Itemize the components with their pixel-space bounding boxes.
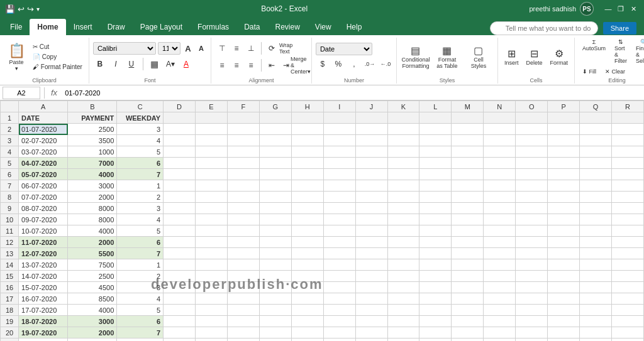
col-header-O[interactable]: O [516,101,548,112]
table-cell[interactable] [548,271,580,282]
table-cell[interactable] [419,146,452,158]
table-cell[interactable] [612,327,644,338]
row-number[interactable]: 20 [1,327,19,338]
tab-review[interactable]: Review [267,19,307,35]
redo-icon[interactable]: ↪ [27,4,34,14]
table-cell[interactable] [612,259,644,271]
table-cell[interactable] [196,248,228,259]
table-cell[interactable] [164,237,196,248]
table-cell[interactable] [323,248,355,259]
table-cell[interactable]: 4 [117,293,164,305]
tab-home[interactable]: Home [30,19,65,35]
font-color-button[interactable]: A [179,57,193,71]
row-number[interactable]: 2 [1,124,19,135]
table-cell[interactable] [227,305,259,316]
table-cell[interactable] [516,192,548,203]
table-cell[interactable] [484,135,516,146]
table-cell[interactable] [355,327,387,338]
col-header-M[interactable]: M [452,101,484,112]
table-cell[interactable]: 02-07-2020 [19,135,68,146]
table-cell[interactable] [259,225,291,237]
table-cell[interactable] [323,203,355,214]
table-cell[interactable] [259,316,291,327]
table-cell[interactable] [227,112,259,124]
row-number[interactable]: 11 [1,225,19,237]
table-cell[interactable]: WEEKDAY [117,112,164,124]
table-cell[interactable] [323,146,355,158]
table-cell[interactable] [196,214,228,225]
row-number[interactable]: 16 [1,282,19,293]
table-cell[interactable] [419,338,452,342]
table-cell[interactable] [516,305,548,316]
table-cell[interactable] [484,124,516,135]
fill-button[interactable]: ⬇ Fill [579,67,600,76]
table-cell[interactable]: 5 [117,225,164,237]
table-cell[interactable] [516,124,548,135]
table-cell[interactable] [323,338,355,342]
table-cell[interactable] [419,169,452,180]
table-cell[interactable] [484,146,516,158]
table-cell[interactable] [484,203,516,214]
table-cell[interactable] [419,112,452,124]
table-cell[interactable] [387,158,419,169]
table-cell[interactable]: 11-07-2020 [19,237,68,248]
table-cell[interactable] [452,203,484,214]
border-button[interactable]: ▦ [148,57,162,71]
table-cell[interactable]: 3 [117,282,164,293]
table-cell[interactable] [259,237,291,248]
table-cell[interactable] [196,259,228,271]
table-cell[interactable] [580,192,612,203]
table-cell[interactable] [580,135,612,146]
table-cell[interactable]: 4000 [68,305,117,316]
format-as-table-button[interactable]: ▦ Format as Table [432,43,462,70]
table-cell[interactable]: 7 [117,169,164,180]
table-cell[interactable] [323,282,355,293]
table-cell[interactable] [548,192,580,203]
table-cell[interactable] [227,259,259,271]
table-cell[interactable]: 3000 [68,180,117,192]
table-cell[interactable]: 08-07-2020 [19,203,68,214]
table-cell[interactable]: 05-07-2020 [19,169,68,180]
table-cell[interactable] [355,248,387,259]
table-cell[interactable] [196,203,228,214]
table-cell[interactable]: 7 [117,248,164,259]
tab-page-layout[interactable]: Page Layout [133,19,190,35]
table-cell[interactable]: 03-07-2020 [19,146,68,158]
table-cell[interactable] [516,112,548,124]
table-cell[interactable] [484,271,516,282]
table-cell[interactable]: 10-07-2020 [19,225,68,237]
insert-cells-button[interactable]: ⊞ Insert [502,46,521,67]
table-cell[interactable] [291,135,323,146]
table-cell[interactable] [164,293,196,305]
paste-button[interactable]: 📋 Paste ▾ [4,41,29,73]
table-cell[interactable] [387,135,419,146]
undo-icon[interactable]: ↩ [18,4,25,14]
table-cell[interactable]: 4 [117,214,164,225]
table-cell[interactable] [196,135,228,146]
table-cell[interactable] [516,225,548,237]
table-cell[interactable] [227,237,259,248]
merge-center-button[interactable]: Merge & Center▾ [294,58,308,72]
table-cell[interactable] [580,271,612,282]
table-cell[interactable] [419,271,452,282]
row-number[interactable]: 6 [1,169,19,180]
table-cell[interactable] [164,158,196,169]
table-cell[interactable] [419,180,452,192]
table-cell[interactable] [452,192,484,203]
table-cell[interactable]: 19-07-2020 [19,327,68,338]
table-cell[interactable] [387,203,419,214]
user-avatar[interactable]: PS [580,2,594,16]
table-cell[interactable] [548,169,580,180]
row-number[interactable]: 9 [1,203,19,214]
table-cell[interactable] [516,135,548,146]
table-cell[interactable] [452,135,484,146]
underline-button[interactable]: U [125,57,138,71]
table-cell[interactable]: 1 [117,180,164,192]
table-cell[interactable] [323,237,355,248]
table-cell[interactable] [419,237,452,248]
table-cell[interactable] [419,192,452,203]
table-cell[interactable] [484,214,516,225]
table-cell[interactable]: 5500 [68,248,117,259]
table-cell[interactable] [227,169,259,180]
table-cell[interactable] [419,305,452,316]
